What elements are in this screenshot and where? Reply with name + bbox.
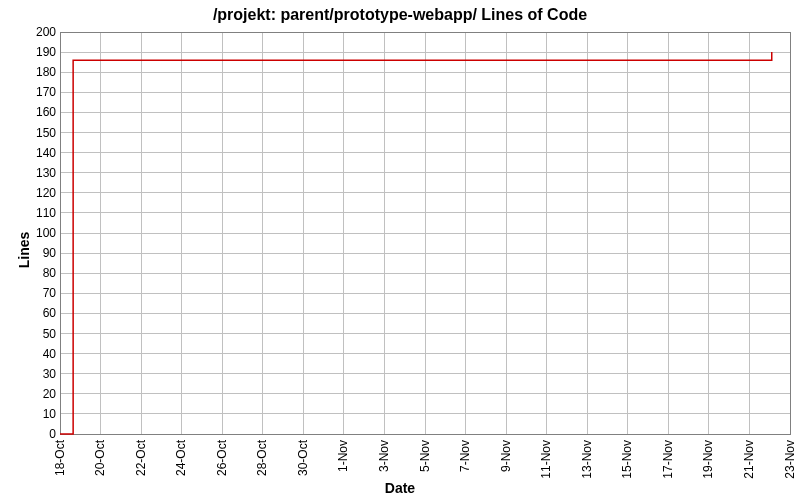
x-tick-label: 21-Nov (742, 440, 756, 479)
x-tick-label: 26-Oct (215, 439, 229, 476)
x-tick-label: 5-Nov (418, 440, 432, 472)
x-tick-label: 1-Nov (336, 440, 350, 472)
x-tick-label: 11-Nov (539, 440, 553, 479)
x-axis-label: Date (0, 480, 800, 496)
y-tick-label: 0 (49, 427, 56, 441)
y-tick-label: 140 (36, 146, 56, 160)
y-tick-label: 10 (43, 407, 57, 421)
x-tick-label: 15-Nov (620, 440, 634, 479)
y-axis-label: Lines (16, 232, 32, 269)
chart-title: /projekt: parent/prototype-webapp/ Lines… (0, 6, 800, 24)
loc-chart: /projekt: parent/prototype-webapp/ Lines… (0, 0, 800, 500)
x-tick-label: 24-Oct (174, 439, 188, 476)
x-tick-label: 22-Oct (134, 439, 148, 476)
x-tick-label: 19-Nov (701, 440, 715, 479)
y-tick-label: 200 (36, 25, 56, 39)
x-tick-label: 20-Oct (93, 439, 107, 476)
chart-svg: 0102030405060708090100110120130140150160… (0, 0, 800, 500)
x-tick-label: 9-Nov (499, 440, 513, 472)
x-tick-label: 13-Nov (580, 440, 594, 479)
y-tick-label: 80 (43, 266, 57, 280)
x-tick-label: 23-Nov (783, 440, 797, 479)
x-tick-label: 18-Oct (53, 439, 67, 476)
x-tick-label: 30-Oct (296, 439, 310, 476)
y-tick-label: 30 (43, 367, 57, 381)
y-tick-label: 90 (43, 246, 57, 260)
x-tick-label: 17-Nov (661, 440, 675, 479)
y-tick-label: 110 (36, 206, 56, 220)
series-line (60, 52, 772, 434)
y-tick-label: 40 (43, 347, 57, 361)
y-tick-label: 130 (36, 166, 56, 180)
x-tick-label: 28-Oct (255, 439, 269, 476)
y-tick-label: 20 (43, 387, 57, 401)
y-tick-label: 150 (36, 126, 56, 140)
y-tick-label: 170 (36, 85, 56, 99)
y-tick-label: 100 (36, 226, 56, 240)
x-tick-label: 7-Nov (458, 440, 472, 472)
y-tick-label: 50 (43, 327, 57, 341)
y-tick-label: 60 (43, 306, 57, 320)
y-tick-label: 180 (36, 65, 56, 79)
y-tick-label: 190 (36, 45, 56, 59)
y-tick-label: 70 (43, 286, 57, 300)
x-tick-label: 3-Nov (377, 440, 391, 472)
y-tick-label: 120 (36, 186, 56, 200)
y-tick-label: 160 (36, 105, 56, 119)
